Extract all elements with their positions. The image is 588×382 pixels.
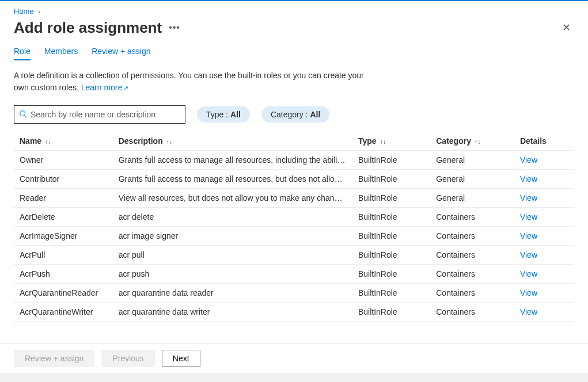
cell-category: Containers [430, 208, 514, 227]
next-button[interactable]: Next [162, 350, 200, 367]
filter-category[interactable]: Category : All [261, 106, 329, 123]
svg-line-1 [25, 115, 27, 117]
cell-description: Grants full access to manage all resourc… [113, 170, 352, 189]
search-input-wrapper[interactable] [14, 105, 185, 124]
horizontal-scrollbar[interactable] [0, 373, 588, 382]
filter-type[interactable]: Type : All [197, 106, 250, 123]
cell-type: BuiltInRole [352, 265, 430, 284]
table-row[interactable]: OwnerGrants full access to manage all re… [14, 151, 574, 170]
footer: Review + assign Previous Next [0, 343, 588, 373]
view-link[interactable]: View [520, 174, 537, 184]
cell-type: BuiltInRole [352, 246, 430, 265]
cell-category: Containers [430, 227, 514, 246]
sort-icon[interactable]: ↑↓ [166, 138, 173, 145]
table-row[interactable]: AcrPullacr pullBuiltInRoleContainersView [14, 246, 574, 265]
cell-details: View [514, 151, 574, 170]
cell-description: acr image signer [113, 227, 352, 246]
cell-description: acr quarantine data reader [113, 284, 352, 303]
sort-icon[interactable]: ↑↓ [475, 138, 481, 145]
cell-category: General [430, 151, 514, 170]
cell-type: BuiltInRole [352, 189, 430, 208]
col-category[interactable]: Category ↑↓ [430, 132, 514, 151]
roles-table: Name ↑↓ Description ↑↓ Type ↑↓ Category … [14, 132, 574, 322]
cell-details: View [514, 208, 574, 227]
cell-details: View [514, 170, 574, 189]
cell-type: BuiltInRole [352, 208, 430, 227]
cell-name: AcrQuarantineReader [14, 284, 113, 303]
view-link[interactable]: View [520, 288, 537, 297]
cell-description: Grants full access to manage all resourc… [113, 151, 352, 170]
cell-type: BuiltInRole [352, 284, 430, 303]
cell-name: Contributor [14, 170, 113, 189]
cell-category: Containers [430, 284, 514, 303]
cell-description: acr quarantine data writer [113, 303, 352, 322]
cell-name: AcrPush [14, 265, 113, 284]
learn-more-link[interactable]: Learn more↗ [81, 83, 129, 92]
table-row[interactable]: AcrImageSigneracr image signerBuiltInRol… [14, 227, 574, 246]
cell-name: AcrImageSigner [14, 227, 113, 246]
cell-details: View [514, 227, 574, 246]
cell-type: BuiltInRole [352, 170, 430, 189]
cell-category: Containers [430, 303, 514, 322]
tab-members[interactable]: Members [44, 47, 78, 60]
tabs: Role Members Review + assign [14, 47, 574, 60]
description-text: A role definition is a collection of per… [14, 70, 371, 94]
table-row[interactable]: ContributorGrants full access to manage … [14, 170, 574, 189]
table-header-row: Name ↑↓ Description ↑↓ Type ↑↓ Category … [14, 132, 574, 151]
breadcrumb-home[interactable]: Home [14, 7, 34, 16]
external-link-icon: ↗ [123, 85, 128, 91]
col-name[interactable]: Name ↑↓ [14, 132, 113, 151]
previous-button: Previous [101, 350, 154, 367]
cell-details: View [514, 284, 574, 303]
tab-role[interactable]: Role [14, 47, 31, 60]
table-row[interactable]: AcrQuarantineReaderacr quarantine data r… [14, 284, 574, 303]
close-icon[interactable]: ✕ [559, 18, 574, 37]
cell-category: Containers [430, 265, 514, 284]
breadcrumb: Home › [0, 1, 588, 18]
cell-description: acr pull [113, 246, 352, 265]
cell-type: BuiltInRole [352, 151, 430, 170]
cell-description: acr delete [113, 208, 352, 227]
page-title: Add role assignment [14, 19, 162, 37]
sort-icon[interactable]: ↑↓ [45, 138, 51, 145]
table-row[interactable]: AcrQuarantineWriteracr quarantine data w… [14, 303, 574, 322]
col-description[interactable]: Description ↑↓ [113, 132, 352, 151]
view-link[interactable]: View [520, 269, 537, 278]
svg-point-0 [20, 110, 25, 116]
cell-details: View [514, 189, 574, 208]
view-link[interactable]: View [520, 212, 537, 221]
breadcrumb-separator-icon: › [38, 8, 40, 15]
cell-details: View [514, 303, 574, 322]
more-actions-icon[interactable]: ••• [169, 22, 180, 33]
col-type[interactable]: Type ↑↓ [352, 132, 430, 151]
view-link[interactable]: View [520, 193, 537, 203]
view-link[interactable]: View [520, 155, 537, 165]
sort-icon[interactable]: ↑↓ [380, 138, 386, 145]
cell-category: General [430, 170, 514, 189]
search-input[interactable] [31, 110, 180, 119]
review-assign-button: Review + assign [14, 350, 94, 367]
cell-category: Containers [430, 246, 514, 265]
cell-type: BuiltInRole [352, 303, 430, 322]
view-link[interactable]: View [520, 250, 537, 259]
cell-name: Reader [14, 189, 113, 208]
table-row[interactable]: ReaderView all resources, but does not a… [14, 189, 574, 208]
cell-description: acr push [113, 265, 352, 284]
view-link[interactable]: View [520, 307, 537, 316]
table-row[interactable]: AcrDeleteacr deleteBuiltInRoleContainers… [14, 208, 574, 227]
cell-name: AcrQuarantineWriter [14, 303, 113, 322]
cell-type: BuiltInRole [352, 227, 430, 246]
cell-category: General [430, 189, 514, 208]
cell-name: AcrPull [14, 246, 113, 265]
cell-name: Owner [14, 151, 113, 170]
view-link[interactable]: View [520, 231, 537, 240]
search-icon [19, 110, 27, 120]
cell-details: View [514, 246, 574, 265]
tab-review-assign[interactable]: Review + assign [92, 47, 150, 60]
cell-description: View all resources, but does not allow y… [113, 189, 352, 208]
cell-name: AcrDelete [14, 208, 113, 227]
table-row[interactable]: AcrPushacr pushBuiltInRoleContainersView [14, 265, 574, 284]
col-details: Details [514, 132, 574, 151]
cell-details: View [514, 265, 574, 284]
